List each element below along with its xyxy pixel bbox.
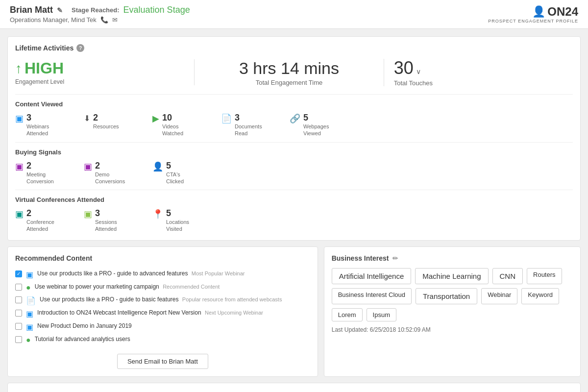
main-content: Lifetime Activities ? ↑ HIGH Engagement …	[0, 29, 588, 392]
rec-checkbox[interactable]	[15, 310, 22, 317]
rec-checkbox[interactable]	[15, 284, 22, 291]
brand-person-icon: 👤	[532, 5, 545, 18]
play-icon: ▶	[152, 113, 159, 124]
stage-label: Stage Reached:	[72, 6, 120, 14]
cta-label: CTA'sClicked	[166, 171, 184, 185]
business-interest-tag[interactable]: Transportation	[416, 288, 477, 304]
rec-item-badge: Next Upcoming Webinar	[205, 310, 263, 316]
business-interest-tags: Artificial IntelligenceMachine LearningC…	[332, 268, 573, 321]
documents-label: DocumentsRead	[235, 123, 262, 137]
recommended-list-item: ● Use webinar to power your marketing ca…	[15, 281, 310, 294]
content-viewed-section: Content Viewed ▣ 3 WebinarsAttended ⬇ 2 …	[15, 94, 573, 137]
business-interest-tag[interactable]: Business Interest Cloud	[332, 288, 412, 304]
buying-signals-metrics: ▣ 2 MeetingConversion ▣ 2 DemoConversion…	[15, 161, 573, 185]
rec-item-text: Use our products like a PRO - guide to a…	[37, 270, 245, 277]
business-interest-tag[interactable]: Machine Learning	[415, 268, 488, 284]
content-viewed-label: Content Viewed	[15, 100, 573, 108]
rec-item-icon: ▣	[26, 309, 33, 318]
sessions-icon: ▣	[84, 209, 92, 220]
buying-signals-section: Buying Signals ▣ 2 MeetingConversion ▣ 2…	[15, 142, 573, 185]
documents-num: 3	[235, 113, 240, 122]
touches-chevron-icon[interactable]: ∨	[416, 68, 421, 75]
meeting-label: MeetingConversion	[26, 171, 54, 185]
bottom-row: Recommended Content ✓ ▣ Use our products…	[7, 246, 581, 377]
lifetime-title-row: Lifetime Activities ?	[15, 44, 573, 52]
rec-item-icon: ●	[26, 283, 31, 292]
resources-metric: ⬇ 2 Resources	[84, 113, 143, 130]
person-name: Brian Matt	[10, 5, 53, 15]
meeting-icon: ▣	[15, 161, 24, 172]
phone-icon[interactable]: 📞	[100, 16, 108, 24]
demo-label: DemoConversions	[95, 171, 125, 185]
webpages-num: 5	[303, 113, 308, 122]
business-interest-tag[interactable]: Artificial Intelligence	[332, 268, 412, 284]
webinars-metric: ▣ 3 WebinarsAttended	[15, 113, 74, 137]
meeting-num: 2	[26, 161, 31, 171]
rec-checkbox[interactable]	[15, 296, 22, 303]
high-text: HIGH	[24, 59, 64, 77]
engagement-level-block: ↑ HIGH Engagement Level	[15, 59, 195, 85]
bi-header: Business Interest ✏	[332, 254, 573, 262]
location-icon: 📍	[152, 209, 163, 220]
send-email-button[interactable]: Send Email to Brian Matt	[117, 354, 208, 369]
rec-item-text: Use webinar to power your marketing camp…	[35, 283, 220, 290]
business-interest-tag[interactable]: Webinar	[481, 288, 517, 304]
virtual-conferences-label: Virtual Conferences Attended	[15, 196, 573, 203]
videos-metric: ▶ 10 VideosWatched	[152, 113, 211, 137]
header-subtitle: Operations Manager, Mind Tek 📞 ✉	[10, 16, 190, 24]
document-icon: 📄	[221, 113, 232, 124]
brand-tagline: PROSPECT ENGAGEMENT PROFILE	[488, 19, 578, 24]
buying-signals-label: Buying Signals	[15, 148, 573, 156]
demo-num: 2	[95, 161, 100, 171]
conference-label: ConferenceAttended	[26, 219, 54, 233]
demo-icon: ▣	[84, 161, 92, 172]
virtual-conferences-metrics: ▣ 2 ConferenceAttended ▣ 3 SessionsAtten…	[15, 208, 573, 233]
job-title: Operations Manager, Mind Tek	[10, 16, 97, 24]
rec-item-icon: ▣	[26, 270, 33, 279]
recommended-list-item: ▣ Introduction to ON24 Webcast Intellige…	[15, 307, 310, 320]
rec-item-badge: Recommended Content	[163, 284, 220, 290]
business-interest-tag[interactable]: Keyword	[521, 288, 559, 304]
email-icon[interactable]: ✉	[112, 16, 118, 24]
business-interest-tag[interactable]: Lorem	[332, 308, 363, 321]
recommended-list-item: 📄 Use our products like a PRO - guide to…	[15, 294, 310, 307]
bi-title: Business Interest	[332, 254, 389, 262]
webinars-label: WebinarsAttended	[26, 123, 49, 137]
total-time-block: 3 hrs 14 mins Total Engagement Time	[195, 59, 384, 86]
stage-value: Evaluation Stage	[123, 5, 190, 15]
business-interest-tag[interactable]: CNN	[492, 268, 523, 284]
rec-item-icon: ▣	[26, 322, 33, 332]
header-name-row: Brian Matt ✎ Stage Reached: Evaluation S…	[10, 5, 190, 15]
total-time-label: Total Engagement Time	[204, 79, 373, 86]
engagement-level-value: ↑ HIGH	[15, 59, 184, 77]
arrow-up-icon: ↑	[15, 61, 22, 76]
recommended-list-item: ✓ ▣ Use our products like a PRO - guide …	[15, 268, 310, 281]
business-interest-card: Business Interest ✏ Artificial Intellige…	[324, 246, 581, 377]
rec-checkbox[interactable]: ✓	[15, 270, 22, 277]
rec-checkbox[interactable]	[15, 336, 22, 343]
business-interest-tag[interactable]: Routers	[527, 268, 562, 284]
help-icon[interactable]: ?	[76, 44, 84, 52]
brand-name-row: 👤 ON24	[532, 5, 578, 19]
rec-item-text: New Product Demo in January 2019	[37, 322, 132, 329]
rec-checkbox[interactable]	[15, 323, 22, 330]
documents-metric: 📄 3 DocumentsRead	[221, 113, 280, 137]
rec-item-text: Use our products like a PRO - guide to b…	[40, 296, 282, 303]
videos-num: 10	[162, 113, 172, 122]
content-journey-card: Content Journey Recent Activities 10 8 6…	[7, 383, 581, 392]
business-interest-tag[interactable]: Ipsum	[367, 308, 396, 321]
header: Brian Matt ✎ Stage Reached: Evaluation S…	[0, 0, 588, 29]
recommended-content-card: Recommended Content ✓ ▣ Use our products…	[7, 246, 318, 377]
rec-item-icon: 📄	[26, 296, 36, 305]
download-icon: ⬇	[84, 114, 90, 123]
recommended-list-item: ▣ New Product Demo in January 2019	[15, 320, 310, 334]
bi-edit-icon[interactable]: ✏	[392, 254, 398, 262]
edit-name-icon[interactable]: ✎	[57, 6, 63, 14]
touches-value-row: 30 ∨	[394, 58, 563, 78]
virtual-conferences-section: Virtual Conferences Attended ▣ 2 Confere…	[15, 190, 573, 233]
resources-label: Resources	[93, 123, 119, 130]
webinars-num: 3	[26, 113, 31, 122]
rec-item-badge: Most Popular Webinar	[192, 270, 245, 276]
demo-metric: ▣ 2 DemoConversions	[84, 161, 143, 185]
locations-label: LocationsVisited	[166, 219, 189, 233]
